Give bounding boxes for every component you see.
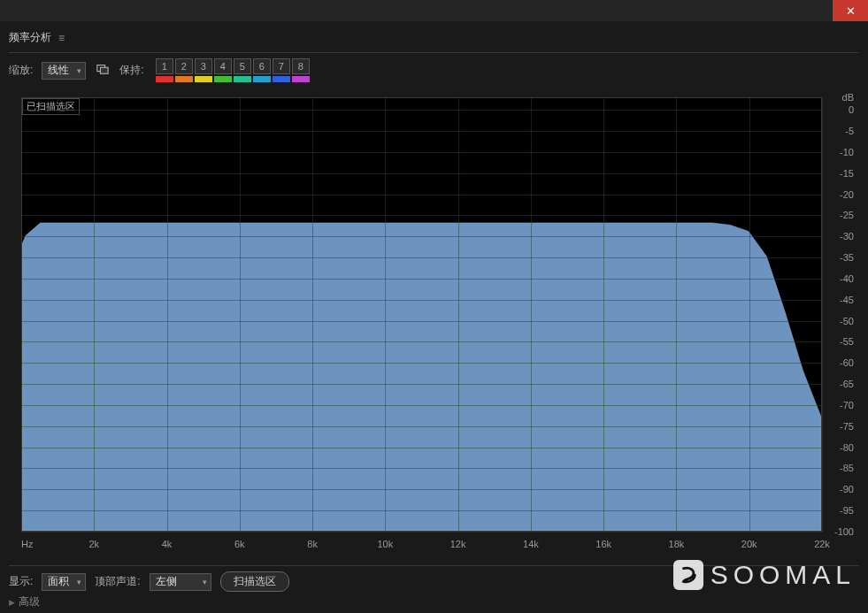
hold-slot-7[interactable]: 7 bbox=[272, 58, 291, 82]
gridline-horizontal bbox=[21, 448, 822, 448]
gridline-horizontal bbox=[21, 110, 822, 111]
gridline-vertical bbox=[458, 97, 459, 532]
gridline-horizontal bbox=[21, 405, 822, 406]
advanced-section-toggle[interactable]: ▶ 高级 bbox=[9, 594, 859, 609]
display-select-value: 面积 bbox=[48, 574, 69, 589]
x-axis-unit: Hz bbox=[21, 539, 33, 549]
x-tick-label: 20k bbox=[741, 539, 757, 549]
hold-slot-3[interactable]: 3 bbox=[194, 58, 213, 82]
hold-slot-number: 4 bbox=[214, 58, 232, 74]
y-tick-label: -95 bbox=[840, 505, 854, 516]
watermark: SOOMAL bbox=[673, 560, 856, 590]
gridline-horizontal bbox=[21, 215, 822, 216]
x-tick-label: 8k bbox=[307, 539, 318, 549]
y-tick-label: -30 bbox=[840, 231, 854, 241]
hold-color-swatch bbox=[273, 76, 290, 82]
gridline-horizontal bbox=[21, 468, 822, 469]
zoom-label: 缩放: bbox=[9, 63, 33, 78]
channel-label: 顶部声道: bbox=[95, 574, 140, 589]
panel-menu-icon[interactable]: ≡ bbox=[58, 33, 65, 43]
y-tick-label: -70 bbox=[840, 400, 854, 410]
hold-slot-number: 1 bbox=[156, 58, 173, 74]
display-label: 显示: bbox=[9, 574, 33, 589]
gridline-horizontal bbox=[21, 341, 822, 342]
hold-slot-8[interactable]: 8 bbox=[291, 58, 311, 82]
x-tick-label: 12k bbox=[450, 539, 466, 549]
chevron-down-icon: ▾ bbox=[77, 578, 81, 586]
zoom-select-value: 线性 bbox=[48, 63, 69, 78]
spectrum-area bbox=[22, 96, 821, 531]
gridline-vertical bbox=[94, 97, 95, 532]
chart-plot-area[interactable]: 已扫描选区 bbox=[21, 97, 822, 532]
hold-slot-number: 3 bbox=[195, 58, 212, 74]
scan-selection-button[interactable]: 扫描选区 bbox=[220, 571, 289, 592]
hold-slot-2[interactable]: 2 bbox=[174, 58, 194, 82]
y-tick-label: -15 bbox=[840, 168, 854, 179]
y-tick-label: -85 bbox=[840, 463, 854, 473]
y-tick-label: -75 bbox=[840, 421, 854, 432]
x-tick-label: 22k bbox=[814, 539, 830, 549]
y-tick-label: -50 bbox=[840, 316, 854, 326]
x-tick-label: 18k bbox=[669, 539, 685, 549]
y-axis-unit: dB bbox=[842, 92, 854, 103]
x-tick-label: 14k bbox=[523, 539, 539, 549]
zoom-select[interactable]: 线性 ▾ bbox=[42, 62, 86, 80]
hold-slot-number: 2 bbox=[175, 58, 193, 74]
y-tick-label: -5 bbox=[845, 126, 854, 136]
channel-select[interactable]: 左侧 ▾ bbox=[150, 573, 211, 591]
gridline-vertical bbox=[676, 97, 677, 532]
hold-slot-1[interactable]: 1 bbox=[155, 58, 174, 82]
gridline-vertical bbox=[312, 97, 313, 532]
gridline-vertical bbox=[531, 97, 532, 532]
gridline-horizontal bbox=[21, 236, 822, 237]
gridline-vertical bbox=[749, 97, 750, 532]
hold-color-swatch bbox=[195, 76, 212, 82]
window-close-button[interactable]: ✕ bbox=[833, 0, 868, 21]
y-tick-label: 0 bbox=[849, 104, 854, 115]
hold-slots: 12345678 bbox=[155, 58, 311, 82]
gridline-horizontal bbox=[21, 384, 822, 385]
y-tick-label: -40 bbox=[840, 273, 854, 284]
hold-color-swatch bbox=[292, 76, 310, 82]
display-select[interactable]: 面积 ▾ bbox=[42, 573, 86, 591]
hold-color-swatch bbox=[234, 76, 251, 82]
triangle-right-icon: ▶ bbox=[9, 598, 15, 607]
gridline-vertical bbox=[167, 97, 168, 532]
gridline-horizontal bbox=[21, 257, 822, 258]
panel-title: 频率分析 bbox=[9, 30, 51, 45]
hold-color-swatch bbox=[253, 76, 271, 82]
gridline-horizontal bbox=[21, 489, 822, 490]
hold-color-swatch bbox=[175, 76, 193, 82]
hold-color-swatch bbox=[214, 76, 232, 82]
gridline-horizontal bbox=[21, 532, 822, 533]
panel-header: 频率分析 ≡ bbox=[9, 27, 859, 52]
hold-slot-number: 6 bbox=[253, 58, 271, 74]
gridline-horizontal bbox=[21, 131, 822, 132]
hold-slot-number: 7 bbox=[273, 58, 290, 74]
gridline-horizontal bbox=[21, 321, 822, 322]
gridline-horizontal bbox=[21, 510, 822, 511]
hold-slot-4[interactable]: 4 bbox=[213, 58, 233, 82]
y-tick-label: -100 bbox=[834, 526, 854, 537]
gridline-vertical bbox=[822, 97, 823, 532]
toolbar: 缩放: 线性 ▾ 保持: 12345678 bbox=[9, 52, 859, 86]
chevron-down-icon: ▾ bbox=[203, 578, 207, 586]
y-tick-label: -10 bbox=[840, 147, 854, 157]
gridline-horizontal bbox=[21, 279, 822, 280]
x-tick-label: 2k bbox=[88, 539, 99, 549]
y-tick-label: -60 bbox=[840, 357, 854, 368]
hold-slot-number: 5 bbox=[234, 58, 251, 74]
y-tick-label: -25 bbox=[840, 210, 854, 220]
gridline-vertical bbox=[240, 97, 241, 532]
svg-rect-1 bbox=[101, 67, 109, 73]
y-tick-label: -35 bbox=[840, 252, 854, 263]
x-tick-label: 16k bbox=[595, 539, 611, 549]
x-tick-label: 10k bbox=[377, 539, 393, 549]
hold-slot-5[interactable]: 5 bbox=[233, 58, 252, 82]
y-tick-label: -55 bbox=[840, 336, 854, 347]
gridline-horizontal bbox=[21, 195, 822, 195]
linked-toggle-button[interactable] bbox=[95, 63, 111, 79]
gridline-vertical bbox=[603, 97, 604, 532]
advanced-label: 高级 bbox=[19, 594, 40, 609]
hold-slot-6[interactable]: 6 bbox=[252, 58, 272, 82]
